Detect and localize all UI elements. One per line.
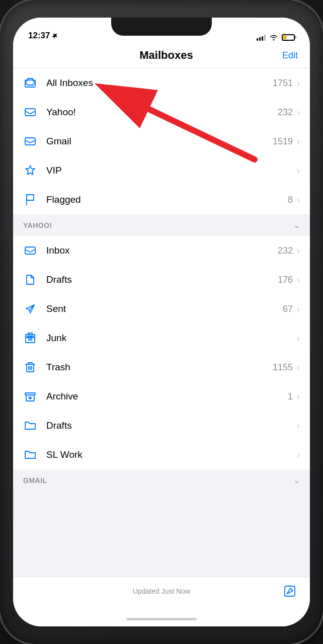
gmail-section-chevron: ⌄ [293,475,300,485]
archive-row[interactable]: Archive 1 › [13,382,310,411]
yahoo-section-label: YAHOO! [23,221,52,229]
gmail-label: Gmail [46,136,273,147]
bottom-bar: Updated Just Now [13,577,310,611]
flagged-count: 8 [288,195,293,205]
yahoo-section-header[interactable]: YAHOO! ⌄ [13,214,310,236]
notch [111,18,212,36]
gmail-section-header[interactable]: GMAIL ⌄ [13,469,310,491]
trash-icon [21,358,39,376]
edit-button[interactable]: Edit [282,50,298,61]
all-inboxes-count: 1751 [273,78,293,89]
archive-chevron: › [297,391,300,402]
trash-row[interactable]: Trash 1155 › [13,353,310,382]
battery-icon [282,34,295,41]
archive-count: 1 [288,391,293,402]
gmail-chevron: › [297,136,300,147]
vip-row[interactable]: VIP › [13,156,310,185]
sent-count: 67 [283,304,293,314]
inbox-label: Inbox [46,245,278,256]
drafts-icon [21,271,39,289]
gmail-top-icon [21,132,39,150]
trash-chevron: › [297,362,300,373]
gmail-section-label: GMAIL [23,476,47,485]
sl-work-icon [21,446,39,464]
time-display: 12:37 [28,31,50,41]
trash-label: Trash [46,362,273,373]
vip-icon [21,162,39,180]
top-mailboxes-section: All Inboxes 1751 › Yahoo! 232 › [13,68,310,214]
status-icons [257,34,295,41]
drafts-row[interactable]: Drafts 176 › [13,265,310,294]
all-inboxes-chevron: › [297,78,300,89]
nav-bar: Mailboxes Edit [13,44,310,68]
sl-work-label: SL Work [46,449,293,460]
folder-drafts-icon [21,417,39,435]
gmail-count: 1519 [273,136,293,147]
flagged-row[interactable]: Flagged 8 › [13,185,310,214]
folder-drafts-row[interactable]: Drafts › [13,411,310,440]
drafts-count: 176 [278,275,293,285]
junk-row[interactable]: Junk › [13,324,310,353]
flagged-icon [21,191,39,209]
signal-icon [257,34,266,41]
flagged-chevron: › [297,195,300,205]
archive-icon [21,387,39,406]
yahoo-label: Yahoo! [46,107,278,118]
sent-label: Sent [46,303,283,314]
yahoo-inbox-row[interactable]: Inbox 232 › [13,236,310,265]
junk-label: Junk [46,333,293,344]
yahoo-section: Inbox 232 › Drafts 176 › [13,236,310,469]
trash-count: 1155 [273,362,293,373]
sl-work-row[interactable]: SL Work › [13,440,310,469]
svg-point-0 [273,39,274,40]
compose-button[interactable] [282,583,298,599]
drafts-label: Drafts [46,274,278,285]
svg-rect-18 [285,586,295,596]
mailbox-list: All Inboxes 1751 › Yahoo! 232 › [13,68,310,577]
vip-chevron: › [297,166,300,176]
folder-drafts-chevron: › [297,421,300,431]
phone-frame: 12:37 Mailboxes E [0,0,323,644]
sent-row[interactable]: Sent 67 › [13,294,310,324]
inbox-chevron: › [297,246,300,256]
updated-status: Updated Just Now [41,587,282,595]
phone-screen: 12:37 Mailboxes E [13,18,310,626]
yahoo-chevron: › [297,107,300,118]
inbox-count: 232 [278,246,293,256]
junk-chevron: › [297,333,300,344]
yahoo-section-chevron: ⌄ [293,220,300,230]
sl-work-chevron: › [297,450,300,460]
all-inboxes-row[interactable]: All Inboxes 1751 › [13,68,310,98]
location-icon [52,33,58,39]
sent-icon [21,300,39,318]
yahoo-count: 232 [278,107,293,118]
drafts-chevron: › [297,275,300,285]
vip-label: VIP [46,165,293,176]
all-inboxes-icon [21,74,39,92]
sent-chevron: › [297,304,300,314]
inbox-icon [21,242,39,260]
junk-icon [21,329,39,347]
folder-drafts-label: Drafts [46,420,293,431]
yahoo-inbox-top-icon [21,103,39,121]
wifi-icon [269,34,278,41]
all-inboxes-label: All Inboxes [46,77,273,89]
gmail-top-row[interactable]: Gmail 1519 › [13,127,310,156]
archive-label: Archive [46,391,288,402]
status-time: 12:37 [28,31,58,41]
page-title: Mailboxes [50,49,282,62]
yahoo-inbox-top-row[interactable]: Yahoo! 232 › [13,98,310,127]
flagged-label: Flagged [46,194,288,205]
home-indicator [13,611,310,626]
